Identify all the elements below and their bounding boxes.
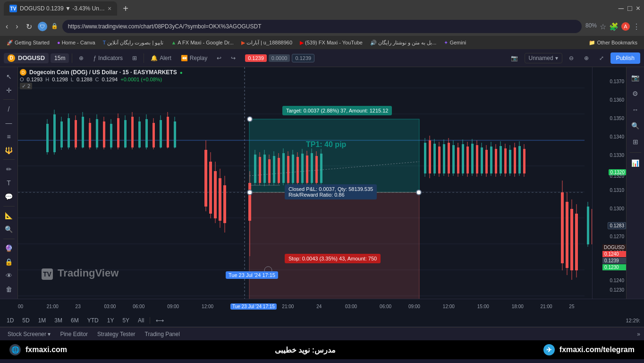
tab-pine-editor[interactable]: Pine Editor — [56, 330, 92, 338]
tf-6m[interactable]: 6M — [68, 316, 82, 325]
o-value: 0.1293 — [27, 77, 43, 82]
new-tab-button[interactable]: + — [119, 3, 132, 14]
tf-1y[interactable]: 1Y — [104, 316, 117, 325]
price-1230: 0.1230 — [610, 287, 624, 293]
delete-tool[interactable]: 🗑 — [2, 284, 16, 295]
profile-button[interactable]: A — [621, 22, 630, 31]
time-24: 24 — [316, 304, 322, 309]
screener-chevron: ▾ — [48, 331, 51, 337]
zoom-in-button[interactable]: ⊕ — [580, 53, 593, 63]
tf-1m[interactable]: 1M — [35, 316, 49, 325]
compare-dates-button[interactable]: ⟷ — [153, 316, 167, 325]
horizontal-line-tool[interactable]: — — [2, 117, 16, 128]
bookmark-text-speech[interactable]: 🔊 بل به متن و نوشتار رایگان... — [367, 39, 439, 47]
minimize-button[interactable]: ─ — [619, 4, 624, 13]
forward-button[interactable]: › — [14, 20, 20, 33]
sync-button[interactable]: ↔ — [629, 103, 642, 116]
grid-button[interactable]: ⊞ — [629, 135, 642, 148]
alert-button[interactable]: 🔔 Alert — [147, 53, 175, 63]
dogusd-label: DOGUSD — [602, 244, 626, 251]
eye-tool[interactable]: 👁 — [2, 270, 16, 281]
chart-area: ↖ ✛ / — ≡ 🔱 ✏ T 💬 📐 🔍 🔮 🔒 👁 🗑 D — [0, 67, 644, 299]
bookmark-other[interactable]: 📁 Other Bookmarks — [586, 39, 640, 47]
bookmark-getting-started[interactable]: 🚀 Getting Started — [4, 39, 52, 47]
trendline-tool[interactable]: / — [2, 104, 16, 114]
interval-button[interactable]: 15m — [51, 53, 69, 63]
text-tool[interactable]: T — [2, 177, 16, 188]
tab-bar: TV DOGUSD 0.1239 ▼ -3.43% Unm... × + ─ □… — [0, 0, 644, 17]
bookmark-typo[interactable]: T تایپو | بصورت رایگان آنلاین — [100, 39, 167, 47]
undo-button[interactable]: ↩ — [213, 53, 225, 63]
pen-tool[interactable]: ✏ — [2, 164, 16, 174]
layout-button[interactable]: ⊞ — [128, 53, 141, 63]
tf-5y[interactable]: 5Y — [119, 316, 132, 325]
target-tooltip: Target: 0.0037 (2.88%) 37, Amount: 1215.… — [282, 106, 392, 115]
fibonacci-tool[interactable]: 🔱 — [2, 145, 16, 156]
tab-favicon: TV — [9, 5, 17, 12]
cursor-tool[interactable]: ↖ — [2, 71, 16, 82]
address-input[interactable] — [62, 20, 582, 33]
compare-button[interactable]: ⊕ — [75, 53, 87, 63]
main-toolbar: D DOGUSD 15m ⊕ ƒ Indicators ⊞ 🔔 Alert ⏪ … — [0, 49, 644, 67]
bookmark-aparat[interactable]: ▶ آبارات | u_18888960 — [238, 39, 295, 47]
tf-1d[interactable]: 1D — [4, 316, 17, 325]
maximize-button[interactable]: □ — [627, 4, 632, 13]
fullscreen-button[interactable]: ⤢ — [595, 53, 608, 63]
bookmark-fx-maxi-drive[interactable]: ▲ A FX Maxi - Google Dr... — [168, 39, 236, 46]
l-label: L — [71, 77, 74, 82]
active-tab[interactable]: TV DOGUSD 0.1239 ▼ -3.43% Unm... × — [4, 1, 117, 16]
right-bottom-buttons: » — [637, 331, 640, 337]
screenshot-button[interactable]: 📷 — [507, 53, 522, 63]
bookmark-youtube[interactable]: ▶ (539) FX Maxi - YouTube — [297, 39, 365, 47]
price-badge-3: 0.1239 — [292, 54, 314, 62]
tf-3m[interactable]: 3M — [51, 316, 65, 325]
tab-stock-screener[interactable]: Stock Screener ▾ — [4, 330, 54, 338]
bookmark-canva[interactable]: ● Home - Canva — [54, 39, 98, 46]
dog-price-2: 0.1239 — [602, 258, 626, 264]
unnamed-button[interactable]: Unnamed ▾ — [525, 53, 562, 63]
footer-banner: 🌐 fxmaxi.com مدرس: نوید خطیبی ✈ fxmaxi.c… — [0, 340, 644, 359]
h-value: 0.1298 — [52, 77, 68, 82]
bookmark-gemini[interactable]: ✦ Gemini — [441, 39, 469, 47]
tab-strategy-tester[interactable]: Strategy Tester — [93, 330, 139, 338]
indicators-button[interactable]: ƒ Indicators — [89, 53, 127, 63]
menu-button[interactable]: ⋮ — [633, 22, 640, 31]
measure-tool[interactable]: 📐 — [2, 210, 16, 221]
l-value: 0.1288 — [76, 77, 93, 82]
tab-close-button[interactable]: × — [108, 5, 111, 12]
zoom-out-button[interactable]: ⊖ — [565, 53, 577, 63]
snapshot-button[interactable]: 📷 — [629, 71, 642, 84]
channel-tool[interactable]: ≡ — [2, 131, 16, 142]
indicator-settings-button[interactable]: 📊 — [629, 156, 642, 170]
bookmarks-bar: 🚀 Getting Started ● Home - Canva T تایپو… — [0, 36, 644, 49]
zoom-chart-button[interactable]: 🔍 — [629, 119, 642, 132]
expand-panel-button[interactable]: » — [637, 331, 640, 337]
tf-ytd[interactable]: YTD — [85, 316, 102, 325]
tf-5d[interactable]: 5D — [19, 316, 32, 325]
price-1283: 0.1283 — [608, 222, 626, 229]
extensions-button[interactable]: 🧩 — [609, 22, 619, 31]
star-button[interactable]: ☆ — [600, 22, 606, 31]
footer-left: 🌐 fxmaxi.com — [9, 344, 67, 355]
zoom-tool[interactable]: 🔍 — [2, 224, 16, 235]
footer-right: ✈ fxmaxi.com/telegram — [543, 344, 635, 355]
tradingview-watermark: TV TradingView — [42, 267, 119, 280]
window-close-button[interactable]: × — [636, 4, 640, 13]
note-tool[interactable]: 💬 — [2, 191, 16, 202]
current-time-display: 12:29: — [626, 318, 640, 323]
back-button[interactable]: ‹ — [4, 20, 10, 33]
tf-all[interactable]: All — [135, 316, 147, 325]
stop-tooltip: Stop: 0.0043 (3.35%) 43, Amount: 750 — [285, 254, 381, 263]
tab-trading-panel[interactable]: Trading Panel — [141, 330, 184, 338]
publish-button[interactable]: Publish — [610, 52, 640, 64]
chart-symbol-name: Dogecoin Coin (DOG) / US Dollar · 15 · E… — [29, 69, 177, 76]
redo-button[interactable]: ↪ — [227, 53, 239, 63]
magnet-tool[interactable]: 🔮 — [2, 243, 16, 254]
lock-tool[interactable]: 🔒 — [2, 257, 16, 268]
reload-button[interactable]: ↻ — [24, 20, 34, 33]
symbol-selector[interactable]: D DOGUSD — [4, 53, 49, 63]
crosshair-tool[interactable]: ✛ — [2, 85, 16, 95]
replay-button[interactable]: ⏪ Replay — [177, 53, 211, 63]
settings-button[interactable]: ⚙ — [629, 87, 642, 100]
right-toolbar-section: 📷 Unnamed ▾ ⊖ ⊕ ⤢ Publish — [507, 52, 640, 64]
